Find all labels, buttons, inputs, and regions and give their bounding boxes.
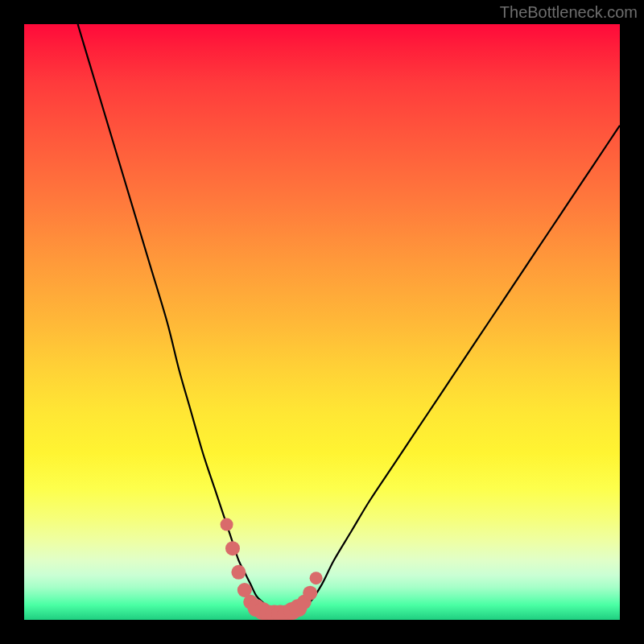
highlighted-markers bbox=[221, 518, 323, 620]
bottleneck-curve bbox=[78, 24, 620, 614]
chart-frame: TheBottleneck.com bbox=[0, 0, 644, 644]
marker-dot bbox=[225, 541, 240, 555]
marker-dot bbox=[303, 586, 317, 601]
curve-layer bbox=[24, 24, 620, 620]
watermark-text: TheBottleneck.com bbox=[500, 3, 638, 22]
marker-dot bbox=[221, 518, 233, 531]
curve-path bbox=[78, 24, 620, 614]
plot-area bbox=[24, 24, 620, 620]
marker-dot bbox=[310, 572, 323, 584]
marker-dot bbox=[231, 565, 246, 580]
